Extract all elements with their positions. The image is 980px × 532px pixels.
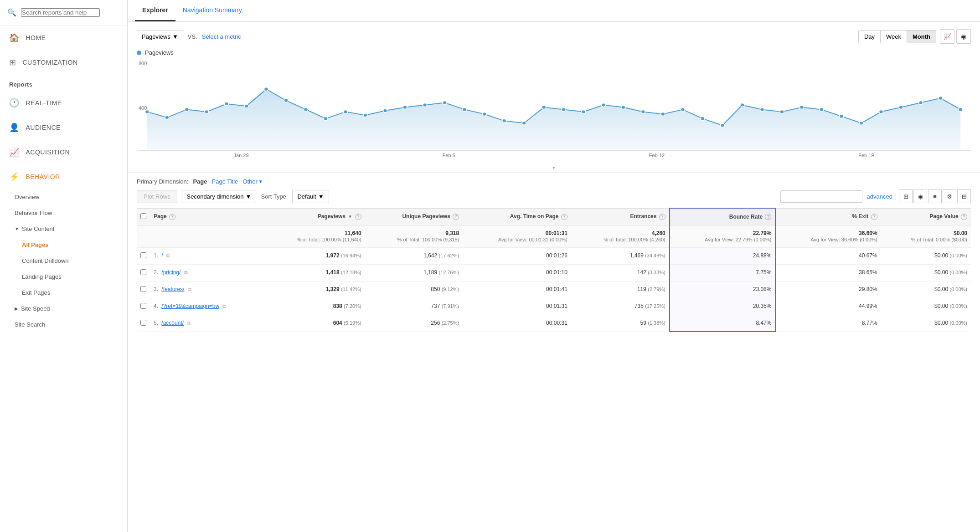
pd-page-title[interactable]: Page Title xyxy=(212,178,238,185)
expand-arrow-icon2: ▶ xyxy=(15,306,18,311)
col-header-pageviews: Pageviews ▼ ? xyxy=(263,208,365,225)
sort-type-dropdown[interactable]: Default ▼ xyxy=(292,190,329,203)
table-row: 5. /account/ ⧉ 604 (5.19%) 256 (2.75%) 0… xyxy=(137,315,971,332)
settings-view-icon[interactable]: ⚙ xyxy=(943,189,956,203)
copy-icon[interactable]: ⧉ xyxy=(166,253,170,258)
cell-page-value: $0.00 (0.00%) xyxy=(881,315,971,332)
table-view-icon[interactable]: ⊟ xyxy=(957,189,971,203)
svg-point-32 xyxy=(760,107,764,111)
svg-point-2 xyxy=(165,116,169,119)
sidebar-realtime-label: REAL-TIME xyxy=(26,99,62,107)
col-page-help[interactable]: ? xyxy=(169,214,175,220)
metric-dropdown[interactable]: Pageviews ▼ xyxy=(137,30,183,43)
sidebar-sub-overview[interactable]: Overview xyxy=(0,189,127,205)
total-pvalue-value: $0.00 xyxy=(954,230,967,236)
select-all-checkbox[interactable] xyxy=(140,213,146,219)
svg-point-15 xyxy=(423,103,427,107)
copy-icon[interactable]: ⧉ xyxy=(188,286,191,292)
sidebar-sub-content-drilldown[interactable]: Content Drilldown xyxy=(0,253,127,269)
table-search-input[interactable] xyxy=(780,190,862,203)
total-bounce-sub: Avg for View: 22.79% (0.00%) xyxy=(705,237,771,242)
sidebar-sub-site-content[interactable]: ▼ Site Content xyxy=(0,221,127,237)
row-checkbox[interactable] xyxy=(140,303,146,309)
grid-view-icon[interactable]: ⊞ xyxy=(899,189,913,203)
cell-pct-exit: 44.99% xyxy=(775,298,881,315)
pd-page[interactable]: Page xyxy=(193,178,207,185)
svg-point-21 xyxy=(542,105,546,109)
svg-point-16 xyxy=(443,101,447,105)
sidebar-item-customization[interactable]: ⊞ CUSTOMIZATION xyxy=(0,50,127,75)
sidebar-sub-landing-pages[interactable]: Landing Pages xyxy=(0,269,127,285)
row-checkbox[interactable] xyxy=(140,269,146,275)
pie-view-icon[interactable]: ◉ xyxy=(913,189,927,203)
col-bounce-help[interactable]: ? xyxy=(765,214,771,220)
col-avg-time-help[interactable]: ? xyxy=(561,214,567,220)
plot-rows-button[interactable]: Plot Rows xyxy=(137,190,177,203)
sidebar-sub-behavior-flow[interactable]: Behavior Flow xyxy=(0,205,127,221)
cell-entrances: 59 (1.38%) xyxy=(571,315,670,332)
home-icon: 🏠 xyxy=(9,33,20,43)
col-unique-pv-help[interactable]: ? xyxy=(453,214,459,220)
sidebar-item-acquisition[interactable]: 📈 ACQUISITION xyxy=(0,140,127,164)
sidebar-sub-site-search[interactable]: Site Search xyxy=(0,317,127,332)
line-chart-icon[interactable]: 📈 xyxy=(940,29,954,44)
x-label-feb5: Feb 5 xyxy=(443,153,455,158)
row-num: 3. xyxy=(154,286,158,292)
secondary-dim-label: Secondary dimension xyxy=(187,193,244,200)
pd-other-dropdown[interactable]: Other ▼ xyxy=(242,178,263,185)
tab-explorer[interactable]: Explorer xyxy=(135,0,175,21)
time-btn-week[interactable]: Week xyxy=(881,30,907,43)
secondary-dim-dropdown[interactable]: Secondary dimension ▼ xyxy=(182,190,257,203)
col-pageviews-help[interactable]: ? xyxy=(355,214,361,220)
page-link[interactable]: /?ref=19&campaign=bw xyxy=(161,303,219,309)
total-pvalue-sub: % of Total: 0.00% ($0.00) xyxy=(911,237,967,242)
advanced-link[interactable]: advanced xyxy=(867,193,892,200)
page-link[interactable]: /pricing/ xyxy=(161,269,181,276)
col-value-help[interactable]: ? xyxy=(961,214,967,220)
total-pv-value: 11,640 xyxy=(345,230,361,236)
col-exit-help[interactable]: ? xyxy=(871,214,877,220)
sidebar-sub-all-pages[interactable]: All Pages xyxy=(0,237,127,253)
svg-point-37 xyxy=(859,121,863,125)
tab-navigation-summary[interactable]: Navigation Summary xyxy=(175,0,249,21)
row-checkbox[interactable] xyxy=(140,320,146,326)
copy-icon[interactable]: ⧉ xyxy=(187,320,191,326)
search-input[interactable] xyxy=(21,8,100,17)
svg-point-24 xyxy=(601,103,605,107)
page-link[interactable]: /account/ xyxy=(161,320,184,326)
page-link[interactable]: / xyxy=(161,252,163,259)
svg-point-33 xyxy=(780,110,784,113)
svg-point-9 xyxy=(304,107,308,111)
copy-icon[interactable]: ⧉ xyxy=(184,270,188,275)
sidebar-item-behavior[interactable]: ⚡ BEHAVIOR xyxy=(0,164,127,189)
svg-point-36 xyxy=(839,114,843,118)
svg-point-8 xyxy=(284,99,288,102)
cell-unique-pv: 737 (7.91%) xyxy=(365,298,463,315)
select-metric-link[interactable]: Select a metric xyxy=(202,33,241,40)
sidebar-item-audience[interactable]: 👤 AUDIENCE xyxy=(0,115,127,140)
row-checkbox[interactable] xyxy=(140,286,146,292)
sidebar-sub-site-speed[interactable]: ▶ Site Speed xyxy=(0,301,127,317)
col-entrances-help[interactable]: ? xyxy=(659,214,665,220)
page-link[interactable]: /features/ xyxy=(161,286,184,292)
time-btn-day[interactable]: Day xyxy=(858,30,881,43)
cell-bounce-rate: 24.88% xyxy=(670,247,776,264)
svg-point-13 xyxy=(383,109,387,113)
cell-avg-time: 00:01:41 xyxy=(463,281,571,298)
sidebar-item-realtime[interactable]: 🕐 REAL-TIME xyxy=(0,91,127,115)
bar-view-icon[interactable]: ≡ xyxy=(928,189,942,203)
pie-chart-icon[interactable]: ◉ xyxy=(956,29,971,44)
svg-point-29 xyxy=(701,117,705,120)
total-bounce-value: 22.79% xyxy=(753,230,772,236)
cell-pageviews: 604 (5.19%) xyxy=(263,315,365,332)
svg-point-28 xyxy=(681,107,685,111)
row-checkbox[interactable] xyxy=(140,252,146,258)
scroll-handle-icon[interactable]: ▼ xyxy=(552,165,556,170)
sidebar-sub-exit-pages[interactable]: Exit Pages xyxy=(0,285,127,301)
time-btn-month[interactable]: Month xyxy=(907,30,936,43)
col-header-page: Page ? xyxy=(150,208,263,225)
sidebar-item-home[interactable]: 🏠 HOME xyxy=(0,26,127,50)
copy-icon[interactable]: ⧉ xyxy=(222,303,226,309)
table-area: Primary Dimension: Page Page Title Other… xyxy=(128,173,980,338)
x-label-feb12: Feb 12 xyxy=(649,153,665,158)
